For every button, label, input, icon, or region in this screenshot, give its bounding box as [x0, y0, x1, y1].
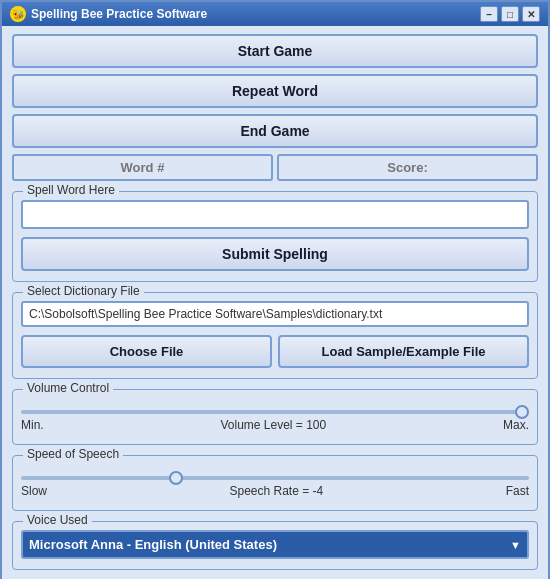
spell-word-label: Spell Word Here	[23, 183, 119, 197]
select-dictionary-group: Select Dictionary File Choose File Load …	[12, 292, 538, 379]
app-icon: 🐝	[10, 6, 26, 22]
load-sample-button[interactable]: Load Sample/Example File	[278, 335, 529, 368]
volume-control-label: Volume Control	[23, 381, 113, 395]
word-number-field[interactable]	[12, 154, 273, 181]
repeat-word-button[interactable]: Repeat Word	[12, 74, 538, 108]
end-game-button[interactable]: End Game	[12, 114, 538, 148]
speech-rate-label: Speech Rate = -4	[229, 484, 323, 498]
spell-word-group: Spell Word Here Submit Spelling	[12, 191, 538, 282]
voice-used-group: Voice Used Microsoft Anna - English (Uni…	[12, 521, 538, 570]
score-field[interactable]	[277, 154, 538, 181]
speed-slider-container: Slow Speech Rate = -4 Fast	[21, 464, 529, 500]
volume-max-label: Max.	[503, 418, 529, 432]
speed-labels: Slow Speech Rate = -4 Fast	[21, 484, 529, 498]
speed-speech-group: Speed of Speech Slow Speech Rate = -4 Fa…	[12, 455, 538, 511]
voice-select[interactable]: Microsoft Anna - English (United States)	[21, 530, 529, 559]
speed-speech-label: Speed of Speech	[23, 447, 123, 461]
volume-slider-container: Min. Volume Level = 100 Max.	[21, 398, 529, 434]
spell-word-input[interactable]	[21, 200, 529, 229]
volume-min-label: Min.	[21, 418, 44, 432]
select-dict-label: Select Dictionary File	[23, 284, 144, 298]
title-bar-left: 🐝 Spelling Bee Practice Software	[10, 6, 207, 22]
maximize-button[interactable]: □	[501, 6, 519, 22]
dictionary-path-input[interactable]	[21, 301, 529, 327]
window-title: Spelling Bee Practice Software	[31, 7, 207, 21]
title-bar-controls: – □ ✕	[480, 6, 540, 22]
title-bar: 🐝 Spelling Bee Practice Software – □ ✕	[2, 2, 548, 26]
volume-slider[interactable]	[21, 410, 529, 414]
volume-labels: Min. Volume Level = 100 Max.	[21, 418, 529, 432]
submit-spelling-button[interactable]: Submit Spelling	[21, 237, 529, 271]
minimize-button[interactable]: –	[480, 6, 498, 22]
dict-buttons-row: Choose File Load Sample/Example File	[21, 335, 529, 368]
main-content: Start Game Repeat Word End Game Spell Wo…	[2, 26, 548, 579]
start-game-button[interactable]: Start Game	[12, 34, 538, 68]
speed-slow-label: Slow	[21, 484, 47, 498]
app-window: 🐝 Spelling Bee Practice Software – □ ✕ S…	[0, 0, 550, 579]
close-button[interactable]: ✕	[522, 6, 540, 22]
speed-fast-label: Fast	[506, 484, 529, 498]
voice-select-wrapper: Microsoft Anna - English (United States)	[21, 530, 529, 559]
word-score-row	[12, 154, 538, 181]
choose-file-button[interactable]: Choose File	[21, 335, 272, 368]
speed-slider[interactable]	[21, 476, 529, 480]
volume-level-label: Volume Level = 100	[220, 418, 326, 432]
voice-used-label: Voice Used	[23, 513, 92, 527]
volume-control-group: Volume Control Min. Volume Level = 100 M…	[12, 389, 538, 445]
